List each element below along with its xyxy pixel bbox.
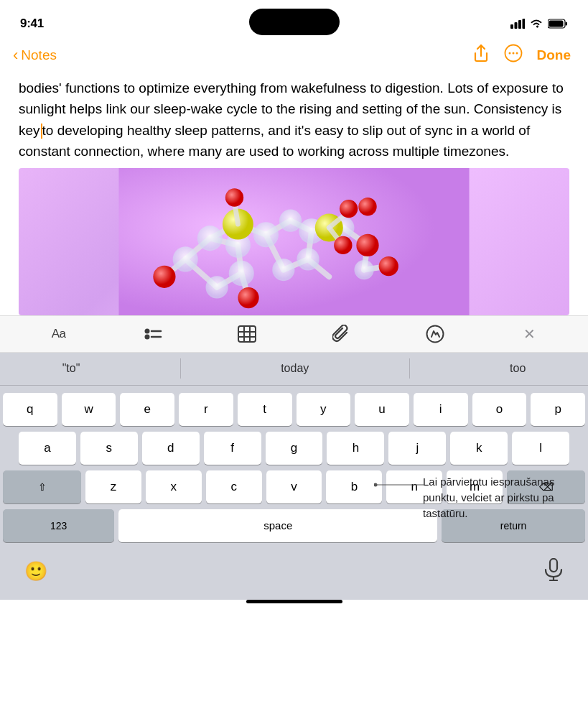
home-indicator	[246, 600, 342, 603]
key-q[interactable]: q	[3, 393, 57, 426]
svg-rect-6	[549, 21, 564, 27]
shift-key[interactable]: ⇧	[3, 470, 81, 503]
svg-point-55	[334, 236, 352, 254]
keyboard: q w e r t y u i o p a s d f g h j k l ⇧ …	[0, 386, 588, 552]
format-toolbar: Aa	[0, 315, 588, 353]
battery-icon	[548, 19, 568, 29]
space-key[interactable]: space	[118, 509, 437, 542]
svg-rect-5	[566, 22, 568, 26]
svg-point-42	[354, 260, 373, 279]
note-body-after-cursor: to developing healthy sleep patterns, an…	[19, 123, 530, 159]
status-icons	[510, 19, 568, 29]
keyboard-row-2: a s d f g h j k l	[3, 432, 585, 465]
back-label: Notes	[21, 47, 57, 63]
svg-rect-3	[523, 19, 526, 29]
nav-bar: ‹ Notes Done	[0, 37, 588, 75]
svg-point-36	[253, 222, 279, 247]
key-l[interactable]: l	[512, 432, 569, 465]
numbers-key[interactable]: 123	[3, 509, 114, 542]
svg-rect-11	[118, 168, 469, 315]
autocomplete-word-3[interactable]: too	[500, 359, 536, 378]
svg-point-46	[238, 287, 258, 308]
note-text: bodies' functions to optimize everything…	[19, 78, 569, 162]
autocomplete-word-1[interactable]: "to"	[52, 359, 90, 378]
svg-point-33	[229, 261, 254, 286]
svg-rect-0	[510, 24, 513, 29]
key-y[interactable]: y	[297, 393, 351, 426]
table-button[interactable]	[234, 321, 260, 347]
key-f[interactable]: f	[204, 432, 261, 465]
list-button[interactable]	[140, 321, 166, 347]
keyboard-row-1: q w e r t y u i o p	[3, 393, 585, 426]
chevron-left-icon: ‹	[13, 46, 18, 65]
note-content[interactable]: bodies' functions to optimize everything…	[0, 75, 588, 162]
key-j[interactable]: j	[388, 432, 446, 465]
svg-rect-1	[515, 22, 518, 29]
dynamic-island	[249, 9, 340, 35]
svg-point-54	[340, 200, 358, 218]
text-format-button[interactable]: Aa	[46, 321, 72, 347]
key-d[interactable]: d	[142, 432, 200, 465]
autocomplete-bar: "to" today too	[0, 353, 588, 386]
svg-point-56	[144, 328, 149, 333]
key-s[interactable]: s	[80, 432, 138, 465]
autocomplete-divider-2	[409, 358, 410, 379]
svg-point-70	[374, 483, 378, 487]
key-v[interactable]: v	[266, 470, 322, 503]
signal-icon	[510, 19, 525, 29]
bottom-bar: 🙂	[0, 552, 588, 600]
key-a[interactable]: a	[19, 432, 76, 465]
attachment-button[interactable]	[328, 321, 354, 347]
key-p[interactable]: p	[531, 393, 585, 426]
svg-rect-2	[518, 20, 521, 29]
callout: Lai pārvietotu iespraušanas punktu, velc…	[423, 474, 581, 521]
key-w[interactable]: w	[62, 393, 116, 426]
svg-point-31	[197, 226, 223, 251]
toolbar-close-button[interactable]: ✕	[516, 321, 542, 347]
done-button[interactable]: Done	[537, 47, 571, 63]
back-button[interactable]: ‹ Notes	[13, 46, 57, 65]
key-g[interactable]: g	[266, 432, 323, 465]
svg-point-34	[206, 276, 228, 298]
key-z[interactable]: z	[85, 470, 141, 503]
key-i[interactable]: i	[414, 393, 468, 426]
nav-actions: Done	[472, 44, 571, 67]
svg-point-57	[144, 334, 149, 339]
phone-frame: 9:41 ‹ Not	[0, 0, 588, 724]
molecule-image	[19, 168, 569, 315]
key-k[interactable]: k	[450, 432, 508, 465]
svg-point-49	[358, 198, 376, 215]
svg-point-47	[356, 234, 378, 256]
svg-point-35	[173, 246, 198, 272]
svg-point-10	[515, 52, 518, 55]
svg-rect-60	[238, 326, 256, 342]
svg-point-39	[297, 248, 319, 270]
svg-rect-66	[550, 559, 557, 572]
svg-point-8	[508, 52, 510, 55]
key-r[interactable]: r	[179, 393, 233, 426]
svg-point-40	[272, 259, 294, 281]
status-time: 9:41	[20, 17, 44, 31]
key-c[interactable]: c	[206, 470, 262, 503]
svg-point-53	[225, 188, 243, 206]
key-t[interactable]: t	[238, 393, 292, 426]
key-x[interactable]: x	[146, 470, 202, 503]
more-button[interactable]	[504, 44, 523, 67]
key-o[interactable]: o	[472, 393, 527, 426]
svg-point-37	[279, 209, 302, 231]
svg-point-45	[153, 265, 175, 287]
callout-text: Lai pārvietotu iespraušanas punktu, velc…	[423, 475, 554, 519]
wifi-icon	[530, 19, 543, 29]
share-button[interactable]	[472, 44, 490, 67]
emoji-button[interactable]: 🙂	[24, 560, 47, 583]
autocomplete-divider-1	[180, 358, 181, 379]
autocomplete-word-2[interactable]: today	[271, 359, 319, 378]
svg-point-48	[379, 256, 398, 276]
key-h[interactable]: h	[327, 432, 384, 465]
microphone-button[interactable]	[543, 558, 564, 585]
svg-point-9	[512, 52, 514, 55]
markup-button[interactable]	[422, 321, 448, 347]
callout-arrow	[374, 478, 426, 491]
key-e[interactable]: e	[120, 393, 174, 426]
key-u[interactable]: u	[355, 393, 409, 426]
